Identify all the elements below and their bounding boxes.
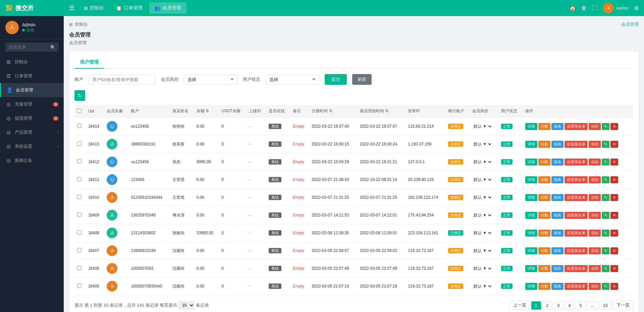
- detail-button[interactable]: 详情: [525, 265, 537, 272]
- page-size-select[interactable]: 10 20 50: [178, 301, 195, 309]
- score-button[interactable]: 分数: [538, 176, 550, 183]
- detail-button[interactable]: 详情: [525, 159, 537, 166]
- report-button[interactable]: 报表: [551, 230, 564, 237]
- page-button-15[interactable]: 15: [599, 301, 611, 310]
- detail-button[interactable]: 详情: [525, 141, 537, 148]
- blacklist-button[interactable]: 设置黑名单: [565, 230, 588, 237]
- row-checkbox[interactable]: [77, 177, 82, 181]
- row-checkbox[interactable]: [77, 141, 82, 146]
- score-button[interactable]: 分数: [538, 194, 550, 201]
- sidebar-item-recharge[interactable]: ◎ 充值管理 0: [0, 97, 64, 111]
- user-settings-icon[interactable]: ⚙: [634, 5, 639, 11]
- edit-button[interactable]: ✎: [602, 194, 609, 201]
- blacklist-button[interactable]: 设置黑名单: [565, 283, 588, 290]
- vip-control[interactable]: 默认 ▼: [472, 195, 492, 200]
- score-button[interactable]: 分数: [538, 283, 550, 290]
- detail-button[interactable]: 详情: [525, 176, 537, 183]
- freeze-button[interactable]: 冻结: [589, 176, 601, 183]
- vip-control[interactable]: 默认 ▼: [472, 212, 492, 218]
- vip-control[interactable]: 默认 ▼: [472, 284, 492, 289]
- freeze-button[interactable]: 冻结: [589, 265, 601, 272]
- delete-button[interactable]: ✕: [610, 141, 618, 148]
- score-button[interactable]: 分数: [538, 230, 550, 237]
- page-button-3[interactable]: 3: [553, 301, 563, 310]
- submit-button[interactable]: 提交: [325, 74, 347, 85]
- score-button[interactable]: 分数: [538, 141, 550, 148]
- next-page-button[interactable]: 下一页: [613, 301, 633, 310]
- vip-control[interactable]: 默认 ▼: [472, 177, 492, 182]
- page-button-2[interactable]: 2: [542, 301, 552, 310]
- report-button[interactable]: 报表: [551, 283, 564, 290]
- blacklist-button[interactable]: 设置黑名单: [565, 141, 588, 148]
- sidebar-item-members[interactable]: 👤 会员管理: [0, 83, 64, 97]
- report-button[interactable]: 报表: [551, 141, 564, 148]
- blacklist-button[interactable]: 设置黑名单: [565, 212, 588, 219]
- detail-button[interactable]: 详情: [525, 230, 537, 237]
- refresh-icon-button[interactable]: ↻: [74, 90, 85, 101]
- freeze-button[interactable]: 冻结: [589, 141, 601, 148]
- edit-button[interactable]: ✎: [602, 247, 609, 254]
- report-button[interactable]: 报表: [551, 247, 564, 254]
- freeze-button[interactable]: 冻结: [589, 159, 601, 166]
- score-button[interactable]: 分数: [538, 265, 550, 272]
- edit-button[interactable]: ✎: [602, 176, 609, 183]
- delete-button[interactable]: ✕: [610, 194, 618, 201]
- detail-button[interactable]: 详情: [525, 212, 537, 219]
- topnav-tab-dashboard[interactable]: ⊞ 控制台: [78, 2, 109, 14]
- freeze-button[interactable]: 冻结: [589, 212, 601, 219]
- report-button[interactable]: 报表: [551, 159, 564, 166]
- freeze-button[interactable]: 冻结: [589, 283, 601, 290]
- freeze-button[interactable]: 冻结: [589, 247, 601, 254]
- freeze-button[interactable]: 冻结: [589, 194, 601, 201]
- page-button-1[interactable]: 1: [531, 301, 541, 310]
- score-button[interactable]: 分数: [538, 212, 550, 219]
- vip-control[interactable]: 默认 ▼: [472, 124, 492, 129]
- home-icon[interactable]: 🏠: [569, 5, 576, 11]
- fullscreen-icon[interactable]: ⛶: [592, 5, 597, 11]
- detail-button[interactable]: 详情: [525, 247, 537, 254]
- row-checkbox[interactable]: [77, 230, 82, 235]
- delete-button[interactable]: ✕: [610, 212, 618, 219]
- blacklist-button[interactable]: 设置黑名单: [565, 247, 588, 254]
- topnav-tab-orders[interactable]: 📋 订单管理: [111, 2, 148, 14]
- page-button-4[interactable]: 4: [565, 301, 574, 310]
- detail-button[interactable]: 详情: [525, 123, 537, 130]
- blacklist-button[interactable]: 设置黑名单: [565, 176, 588, 183]
- hamburger-icon[interactable]: ☰: [69, 4, 74, 12]
- row-checkbox[interactable]: [77, 124, 82, 128]
- delete-button[interactable]: ✕: [610, 176, 618, 183]
- edit-button[interactable]: ✎: [602, 230, 609, 237]
- row-checkbox[interactable]: [77, 248, 82, 252]
- edit-button[interactable]: ✎: [602, 265, 609, 272]
- freeze-button[interactable]: 冻结: [589, 230, 601, 237]
- vip-control[interactable]: 默认 ▼: [472, 266, 492, 271]
- topnav-tab-members[interactable]: 👥 会员管理: [149, 2, 186, 14]
- trash-icon[interactable]: 🗑: [581, 5, 587, 11]
- page-button-5[interactable]: 5: [576, 301, 585, 310]
- sidebar-item-settings[interactable]: ◎ 系统设置 ›: [0, 139, 64, 153]
- blacklist-button[interactable]: 设置黑名单: [565, 123, 588, 130]
- report-button[interactable]: 报表: [551, 176, 564, 183]
- vip-select[interactable]: 选择: [184, 75, 237, 84]
- blacklist-button[interactable]: 设置黑名单: [565, 265, 588, 272]
- select-all-checkbox[interactable]: [77, 109, 82, 113]
- sidebar-item-dashboard[interactable]: ⊞ 控制台: [0, 55, 64, 69]
- report-button[interactable]: 报表: [551, 194, 564, 201]
- detail-button[interactable]: 详情: [525, 194, 537, 201]
- status-select[interactable]: 选择: [266, 75, 319, 84]
- edit-button[interactable]: ✎: [602, 141, 609, 148]
- score-button[interactable]: 分数: [538, 159, 550, 166]
- account-input[interactable]: [89, 75, 156, 84]
- delete-button[interactable]: ✕: [610, 230, 618, 237]
- row-checkbox[interactable]: [77, 195, 82, 199]
- vip-control[interactable]: 默认 ▼: [472, 159, 492, 165]
- prev-page-button[interactable]: 上一页: [509, 301, 530, 310]
- blacklist-button[interactable]: 设置黑名单: [565, 159, 588, 166]
- score-button[interactable]: 分数: [538, 247, 550, 254]
- edit-button[interactable]: ✎: [602, 123, 609, 130]
- sidebar-item-news[interactable]: ◎ 新闻公告: [0, 153, 64, 168]
- vip-control[interactable]: 默认 ▼: [472, 230, 492, 236]
- sidebar-item-products[interactable]: ◎ 产品管理 ›: [0, 125, 64, 139]
- row-checkbox[interactable]: [77, 266, 82, 270]
- delete-button[interactable]: ✕: [610, 265, 618, 272]
